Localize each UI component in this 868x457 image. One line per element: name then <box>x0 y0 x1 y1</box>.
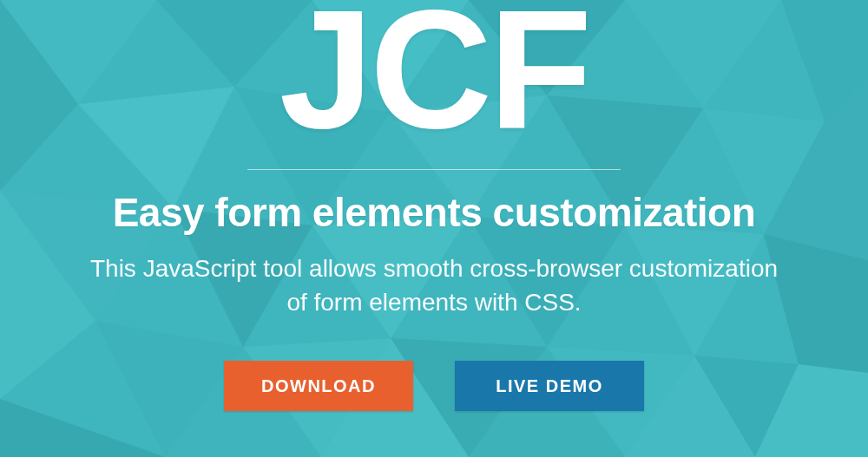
divider-line <box>247 169 621 170</box>
live-demo-button[interactable]: LIVE DEMO <box>455 361 644 411</box>
download-button[interactable]: DOWNLOAD <box>224 361 413 411</box>
description-text: This JavaScript tool allows smooth cross… <box>78 251 790 319</box>
logo-text: JCF <box>279 0 589 153</box>
tagline-text: Easy form elements customization <box>113 189 756 236</box>
button-row: DOWNLOAD LIVE DEMO <box>224 361 644 411</box>
hero-section: JCF Easy form elements customization Thi… <box>0 0 868 457</box>
